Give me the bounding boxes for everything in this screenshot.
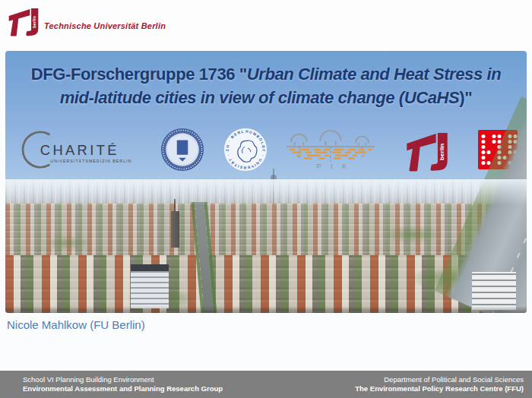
charite-logo: CHARITÉ UNIVERSITÄTSMEDIZIN BERLIN	[14, 128, 142, 171]
footer-school: School VI Planning Building Environment	[23, 375, 223, 384]
hu-berlin-seal-icon: HUMBOLDT · UNIVERSITÄT · ZU · BERLIN ·	[223, 127, 268, 172]
title-line2-italic: mid-latitude cities in view of climate c…	[60, 88, 460, 107]
high-rise-tower	[171, 211, 179, 248]
footer-centre: The Environmental Policy Research Centre…	[355, 384, 524, 393]
partner-logo-row: CHARITÉ UNIVERSITÄTSMEDIZIN BERLIN HUMBO…	[14, 124, 518, 175]
title-line1-normal: DFG-Forschergruppe 1736 "	[31, 65, 247, 84]
modern-white-building	[131, 264, 169, 308]
city-midground	[5, 204, 527, 260]
university-name: Technische Universität Berlin	[44, 21, 166, 30]
tv-tower-silhouette	[273, 169, 274, 204]
pik-label: P I K	[317, 162, 351, 170]
tu-logo-berlin-text: berlin	[32, 16, 36, 28]
charite-wordmark: CHARITÉ	[40, 142, 119, 158]
title-line2-normal: )"	[459, 88, 472, 107]
pik-logo: P I K	[285, 128, 376, 172]
footer-research-group: Environmental Assessment and Planning Re…	[23, 384, 223, 393]
author-line: Nicole Mahlkow (FU Berlin)	[7, 318, 145, 331]
white-office-building	[472, 272, 516, 310]
footer-right-block: Department of Political and Social Scien…	[355, 375, 524, 393]
tu-berlin-logo: berlin	[394, 128, 461, 172]
tu-berlin-logo: berlin	[7, 5, 40, 36]
title-line1-italic: Urban Climate and Heat Stress in	[247, 65, 501, 84]
footer-department: Department of Political and Social Scien…	[355, 375, 524, 384]
slide: berlin Technische Universität Berlin DFG…	[0, 0, 532, 398]
charite-subtitle: UNIVERSITÄTSMEDIZIN BERLIN	[50, 159, 131, 163]
tu-logo-berlin-text: berlin	[439, 144, 445, 160]
footer-left-block: School VI Planning Building Environment …	[23, 375, 223, 393]
fu-berlin-seal-icon	[160, 127, 205, 172]
slide-footer: School VI Planning Building Environment …	[0, 371, 532, 398]
slide-title: DFG-Forschergruppe 1736 "Urban Climate a…	[21, 62, 511, 109]
slide-header: berlin Technische Universität Berlin	[0, 0, 532, 50]
title-photo: DFG-Forschergruppe 1736 "Urban Climate a…	[5, 51, 527, 313]
berlin-aerial-cityscape	[5, 179, 527, 313]
